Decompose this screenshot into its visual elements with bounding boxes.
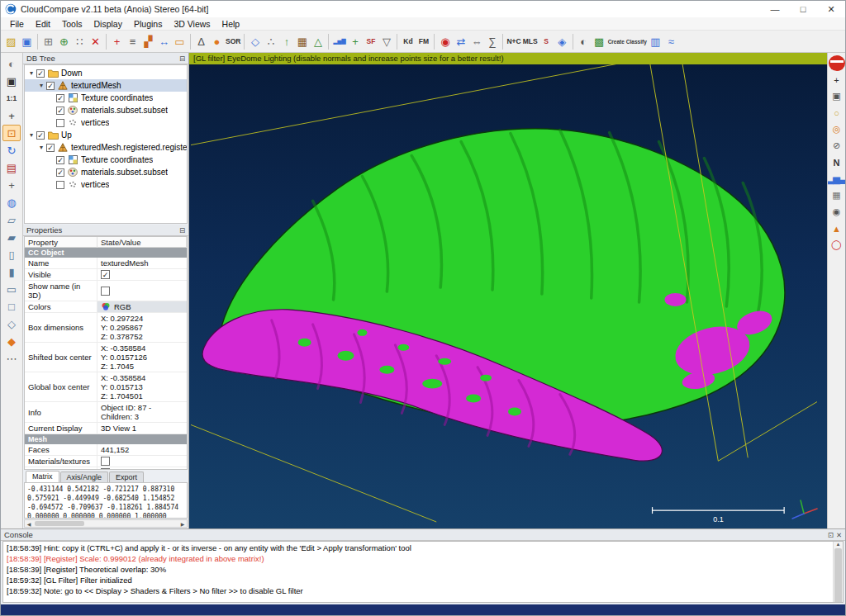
compass-icon[interactable]: ◎ <box>829 121 845 137</box>
menu-file[interactable]: File <box>4 17 30 30</box>
screenshot-icon[interactable]: ▣ <box>829 88 845 104</box>
interactors-icon[interactable]: ⊘ <box>829 138 845 154</box>
view-back-icon[interactable]: ▰ <box>2 229 21 245</box>
property-checkbox[interactable] <box>101 287 110 296</box>
tree-item-vertices[interactable]: vertices <box>25 116 187 129</box>
close-panel-icon[interactable]: ✕ <box>836 531 842 539</box>
3d-viewport[interactable]: [GL filter] EyeDome Lighting (disable no… <box>189 53 827 528</box>
horizontal-scrollbar[interactable]: ◀ ▶ <box>24 519 188 528</box>
visibility-checkbox[interactable]: ✓ <box>56 168 64 177</box>
visibility-checkbox[interactable] <box>56 181 64 189</box>
minimize-button[interactable]: — <box>761 1 789 17</box>
visibility-checkbox[interactable]: ✓ <box>36 69 45 78</box>
mesh-delaunay-icon[interactable]: △ <box>310 32 326 50</box>
visibility-checkbox[interactable]: ✓ <box>46 144 55 152</box>
property-checkbox[interactable] <box>101 457 110 466</box>
visibility-checkbox[interactable]: ✓ <box>36 131 45 140</box>
property-checkbox[interactable] <box>101 468 110 470</box>
paint-bucket-icon[interactable]: ◆ <box>2 333 21 349</box>
tree-item-down[interactable]: ▾✓Down <box>25 67 187 79</box>
menu-help[interactable]: Help <box>216 17 246 30</box>
dock-pin-icon[interactable]: ⊟ <box>179 226 185 235</box>
trace-polyline-icon[interactable]: ◯ <box>829 237 845 253</box>
cone-icon[interactable]: ▲ <box>829 220 845 236</box>
menu-display[interactable]: Display <box>88 17 128 30</box>
dock-pin-icon[interactable]: ⊟ <box>179 54 185 63</box>
mls-button[interactable]: MLS <box>522 32 539 50</box>
open-icon[interactable]: ▨ <box>3 32 19 50</box>
scrollbar-thumb[interactable] <box>834 548 842 603</box>
color-scale-icon[interactable]: ▤ <box>2 159 21 176</box>
cloud-distance-icon[interactable]: ⇔ <box>468 32 484 50</box>
console-scrollbar[interactable]: ▲ ▼ <box>833 542 843 602</box>
tree-item-vertices[interactable]: vertices <box>25 178 187 191</box>
clone-icon[interactable]: ⊞ <box>40 32 56 50</box>
maximize-button[interactable]: □ <box>789 1 817 17</box>
visibility-checkbox[interactable]: ✓ <box>46 82 55 90</box>
align-icon[interactable]: ⇄ <box>453 32 468 50</box>
expander-icon[interactable]: ▾ <box>37 144 45 151</box>
scrollbar-thumb[interactable] <box>35 521 84 526</box>
scalar-bar-icon[interactable]: ▂▅▃ <box>829 171 845 187</box>
view-top-icon[interactable]: ▭ <box>2 281 21 297</box>
sor-filter-button[interactable]: SOR <box>225 32 241 50</box>
visibility-checkbox[interactable] <box>56 119 64 127</box>
compute-normals-icon[interactable]: ↑ <box>278 32 294 50</box>
pivot-visibility-icon[interactable]: + <box>2 177 21 193</box>
canupo-create-button[interactable]: Create <box>607 32 625 50</box>
tree-item-up[interactable]: ▾✓Up <box>25 129 187 141</box>
visibility-checkbox[interactable]: ✓ <box>56 156 64 164</box>
expander-icon[interactable]: ▾ <box>37 82 45 89</box>
sample-points-icon[interactable]: ∴ <box>263 32 278 50</box>
add-constant-sf-icon[interactable]: + <box>347 32 363 50</box>
display-options-icon[interactable]: ◐ <box>2 55 21 72</box>
tree-item-texturedmesh-registered-registered[interactable]: ▾✓texturedMesh.registered.registered <box>25 141 187 154</box>
snapshot-icon[interactable]: ◐ <box>576 32 592 50</box>
view-right-icon[interactable]: ▮ <box>2 263 21 280</box>
close-button[interactable]: ✕ <box>817 1 845 17</box>
expander-icon[interactable]: ▾ <box>27 69 36 77</box>
histogram-icon[interactable]: ▂▅▇ <box>331 32 347 50</box>
more-views-icon[interactable]: ⋯ <box>2 350 21 367</box>
view-front-icon[interactable]: ▱ <box>2 211 21 228</box>
save-icon[interactable]: ▣ <box>19 32 35 50</box>
point-picking-icon[interactable]: + <box>109 32 125 50</box>
view-iso-icon[interactable]: ◇ <box>2 315 21 332</box>
grid-icon[interactable]: ▦ <box>829 187 845 203</box>
center-camera-icon[interactable]: + <box>2 107 21 124</box>
rotate-view-icon[interactable]: ↻ <box>2 142 21 159</box>
menu-tools[interactable]: Tools <box>56 17 88 30</box>
nc-button[interactable]: N+C <box>506 32 521 50</box>
kdtree-button[interactable]: Kd <box>400 32 416 50</box>
scroll-right-icon[interactable]: ▶ <box>178 521 187 527</box>
canupo-classify-button[interactable]: Classify <box>625 32 648 50</box>
scrollbar-track[interactable] <box>834 547 843 597</box>
property-checkbox[interactable]: ✓ <box>101 270 110 279</box>
apply-transformation-icon[interactable]: Δ <box>193 32 209 50</box>
global-zoom-icon[interactable]: ⊡ <box>2 125 21 141</box>
tree-item-texture-coordinates[interactable]: ✓Texture coordinates <box>25 92 187 104</box>
light-icon[interactable]: ○ <box>829 105 845 121</box>
tab-matrix[interactable]: Matrix <box>26 471 59 482</box>
target-icon[interactable]: ◉ <box>829 204 845 220</box>
pick-rotation-center-icon[interactable]: + <box>829 72 845 88</box>
property-value[interactable] <box>97 467 187 470</box>
tree-item-texturedmesh[interactable]: ▾✓texturedMesh <box>25 79 187 92</box>
subsample-icon[interactable]: ∷ <box>72 32 88 50</box>
fm-button[interactable]: FM <box>416 32 431 50</box>
render-to-file-icon[interactable]: ▩ <box>592 32 607 50</box>
statistics-icon[interactable]: ∑ <box>484 32 500 50</box>
sf-gradient-icon[interactable]: ▽ <box>378 32 394 50</box>
menu-3d-views[interactable]: 3D Views <box>168 17 216 30</box>
sf-tools-button[interactable]: SF <box>363 32 378 50</box>
translate-rotate-icon[interactable]: ↔ <box>156 32 172 50</box>
segment-icon[interactable]: ▞ <box>140 32 156 50</box>
zoom-1-1-button[interactable]: 1:1 <box>2 90 21 107</box>
clipping-box-icon[interactable]: ▭ <box>172 32 188 50</box>
float-panel-icon[interactable]: ⊡ <box>828 531 834 539</box>
merge-icon[interactable]: ⊕ <box>56 32 72 50</box>
point-list-picking-icon[interactable]: ≡ <box>125 32 140 50</box>
ransac-icon[interactable]: ◈ <box>554 32 570 50</box>
interactive-segmentation-icon[interactable]: ◇ <box>247 32 263 50</box>
menu-plugins[interactable]: Plugins <box>128 17 168 30</box>
